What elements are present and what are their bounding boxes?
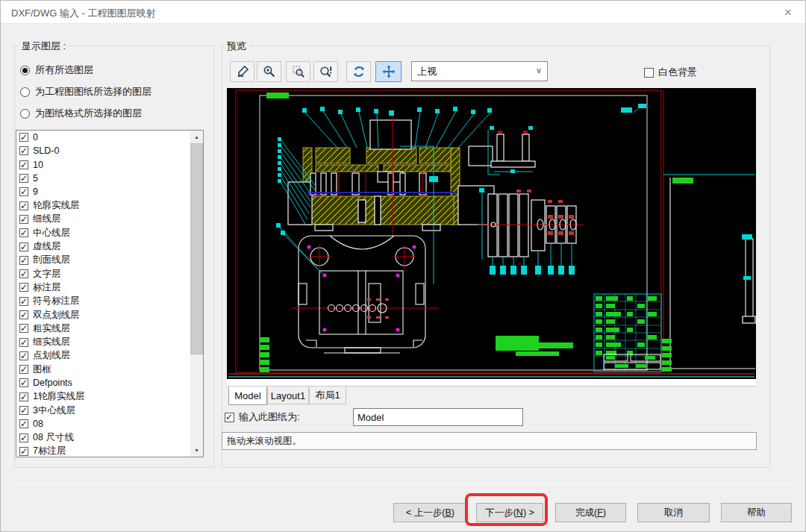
checkbox-checked-icon[interactable]: [19, 146, 28, 155]
checkbox-checked-icon[interactable]: [19, 215, 28, 224]
checkbox-checked-icon[interactable]: [19, 228, 28, 237]
checkbox-checked-icon[interactable]: [19, 392, 28, 401]
layer-item[interactable]: Defpoints: [16, 376, 192, 389]
layer-item[interactable]: 图框: [16, 363, 192, 376]
checkbox-checked-icon[interactable]: [19, 351, 28, 360]
layer-item[interactable]: 细实线层: [16, 335, 192, 348]
zoom-to-fit-button[interactable]: [313, 61, 338, 82]
next-button[interactable]: 下一步(N) >: [476, 503, 543, 522]
layer-item[interactable]: 7标注层: [16, 445, 192, 457]
radio-all-selected-layers[interactable]: 所有所选图层: [20, 63, 93, 77]
layer-listbox[interactable]: 0SLD-01059轮廓实线层细线层中心线层虚线层剖面线层文字层标注层符号标注层…: [16, 130, 204, 457]
checkbox-checked-icon[interactable]: [19, 324, 28, 333]
sheet-name-input[interactable]: [353, 408, 523, 426]
view-orientation-dropdown[interactable]: 上视 ∨: [411, 61, 548, 81]
zoom-to-fit-icon: [319, 64, 334, 79]
zoom-in-out-button[interactable]: [257, 61, 281, 82]
layer-item[interactable]: 10: [16, 158, 192, 172]
layer-item[interactable]: 剖面线层: [16, 254, 192, 267]
tab-layout-cn[interactable]: 布局1: [309, 387, 346, 404]
dxf-dwg-import-dialog: DXF/DWG 输入 - 工程图图层映射 × 显示图层 : 所有所选图层 为工程…: [0, 0, 806, 532]
checkbox-checked-icon[interactable]: [19, 434, 28, 442]
checkbox-checked-icon[interactable]: [19, 283, 28, 292]
preview-scroll-strip: [227, 379, 756, 387]
layer-label: 细实线层: [33, 336, 70, 348]
layer-item[interactable]: 中心线层: [16, 226, 192, 240]
zoom-to-area-button[interactable]: [286, 61, 310, 82]
checkbox-checked-icon[interactable]: [19, 242, 28, 251]
footer-separator: [14, 484, 793, 485]
white-background-checkbox[interactable]: 白色背景: [644, 66, 697, 79]
radio-drawing-sheet-layers[interactable]: 为工程图图纸所选择的图层: [20, 85, 151, 98]
checkbox-checked-icon[interactable]: [19, 133, 28, 142]
checkbox-checked-icon[interactable]: [19, 269, 28, 278]
layer-item[interactable]: 点划线层: [16, 349, 192, 363]
zoom-to-area-icon: [291, 64, 306, 79]
layer-label: 双点划线层: [33, 309, 80, 322]
right-sheet: [662, 175, 755, 372]
checkbox-checked-icon[interactable]: [19, 310, 28, 319]
radio-sheet-format-layers[interactable]: 为图纸格式所选择的图层: [20, 107, 142, 120]
checkbox-checked-icon[interactable]: [19, 338, 28, 347]
finish-button[interactable]: 完成(F): [555, 503, 626, 522]
checkbox-icon: [644, 68, 654, 78]
layer-item[interactable]: 标注层: [16, 281, 192, 294]
section-view: [278, 107, 494, 284]
checkbox-checked-icon[interactable]: [19, 297, 28, 306]
layer-label: 1轮廓实线层: [33, 390, 84, 403]
pan-icon: [381, 64, 396, 79]
pan-button[interactable]: [375, 61, 402, 82]
select-pointer-button[interactable]: [230, 61, 254, 82]
refresh-button[interactable]: [346, 61, 371, 82]
layer-item[interactable]: 符号标注层: [16, 295, 192, 308]
checkbox-checked-icon[interactable]: [19, 187, 28, 196]
import-sheet-checkbox[interactable]: 输入此图纸为:: [225, 410, 300, 424]
scroll-up-icon[interactable]: ▲: [190, 131, 203, 143]
preview-canvas[interactable]: [227, 88, 756, 379]
tab-layout1[interactable]: Layout1: [267, 387, 309, 404]
layer-item[interactable]: 粗实线层: [16, 322, 192, 335]
checkbox-checked-icon[interactable]: [19, 201, 28, 210]
layer-item[interactable]: 细线层: [16, 213, 192, 226]
back-button[interactable]: < 上一步(B): [393, 503, 467, 522]
layer-label: 0: [33, 132, 38, 143]
checkbox-checked-icon[interactable]: [19, 419, 28, 428]
layer-item[interactable]: 9: [16, 185, 192, 198]
layer-item[interactable]: 轮廓实线层: [16, 198, 192, 212]
zoom-in-out-icon: [262, 64, 277, 79]
layer-item[interactable]: 08 尺寸线: [16, 431, 192, 445]
refresh-icon: [352, 64, 366, 79]
layer-item[interactable]: 3中心线层: [16, 404, 192, 417]
tab-model[interactable]: Model: [228, 387, 267, 405]
checkbox-checked-icon[interactable]: [19, 174, 28, 183]
help-button[interactable]: 帮助: [721, 503, 792, 522]
checkbox-checked-icon[interactable]: [19, 447, 28, 456]
cancel-button[interactable]: 取消: [637, 503, 710, 522]
layer-label: 点划线层: [33, 349, 70, 362]
close-icon[interactable]: ×: [778, 4, 798, 22]
layer-item[interactable]: 08: [16, 417, 192, 431]
checkbox-checked-icon[interactable]: [19, 406, 28, 415]
layer-label: 5: [33, 173, 38, 184]
layer-item[interactable]: 双点划线层: [16, 308, 192, 322]
layer-item[interactable]: 0: [16, 131, 192, 144]
radio-icon: [20, 109, 30, 119]
layer-label: 08 尺寸线: [33, 431, 74, 444]
checkbox-checked-icon[interactable]: [19, 256, 28, 265]
radio-icon: [20, 87, 30, 97]
layer-item[interactable]: SLD-0: [16, 144, 192, 157]
layer-label: 图框: [33, 363, 51, 376]
checkbox-checked-icon[interactable]: [19, 365, 28, 374]
layer-item[interactable]: 1轮廓实线层: [16, 390, 192, 404]
layer-list-scrollbar[interactable]: ▲ ▼: [190, 131, 203, 457]
dialog-title: DXF/DWG 输入 - 工程图图层映射: [11, 7, 156, 20]
scroll-down-icon[interactable]: ▼: [190, 444, 203, 457]
layer-label: 虚线层: [33, 240, 61, 253]
checkbox-checked-icon[interactable]: [19, 378, 28, 387]
layer-item[interactable]: 5: [16, 172, 192, 185]
layer-item[interactable]: 文字层: [16, 267, 192, 281]
checkbox-checked-icon[interactable]: [19, 160, 28, 169]
scrollbar-thumb[interactable]: [190, 143, 203, 354]
layer-label: Defpoints: [33, 378, 72, 388]
layer-item[interactable]: 虚线层: [16, 240, 192, 253]
